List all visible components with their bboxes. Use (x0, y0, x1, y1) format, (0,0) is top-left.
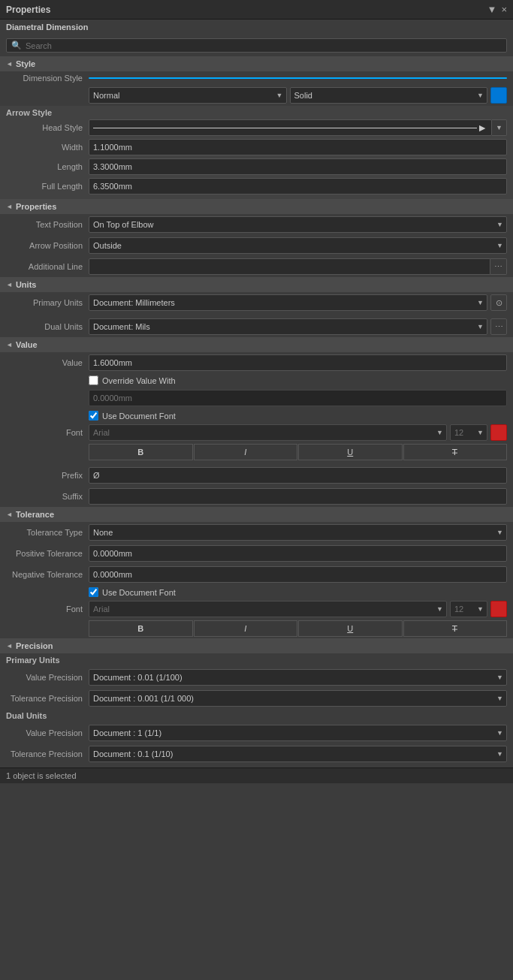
prefix-label: Prefix (6, 471, 89, 480)
style-combo-row: Normal ▼ Solid ▼ (0, 85, 513, 106)
font-color-button[interactable] (490, 424, 507, 441)
value-precision-wrapper[interactable]: Document : 0.01 (1/100) ▼ (89, 669, 507, 686)
arrow-position-wrapper[interactable]: Outside ▼ (89, 237, 507, 254)
tolerance-type-dropdown[interactable]: None (89, 524, 507, 541)
search-container: 🔍 (0, 35, 513, 56)
solid-dropdown[interactable]: Solid (290, 87, 488, 104)
status-bar: 1 object is selected (0, 767, 513, 783)
solid-dropdown-wrapper[interactable]: Solid ▼ (290, 87, 488, 104)
properties-section-header[interactable]: ◄ Properties (0, 199, 513, 214)
text-position-wrapper[interactable]: On Top of Elbow ▼ (89, 216, 507, 233)
text-position-row: Text Position On Top of Elbow ▼ (0, 214, 513, 235)
tol-font-color-button[interactable] (490, 601, 507, 617)
primary-units-icon-btn[interactable]: ⊙ (490, 294, 507, 311)
dual-tolerance-precision-dropdown[interactable]: Document : 0.1 (1/10) (89, 746, 507, 762)
font-size-wrapper[interactable]: 12 ▼ (450, 424, 487, 441)
style-collapse-arrow: ◄ (6, 60, 13, 68)
precision-section-header[interactable]: ◄ Precision (0, 638, 513, 653)
value-collapse-arrow: ◄ (6, 341, 13, 348)
width-row: Width (6, 139, 507, 157)
tolerance-precision-dropdown[interactable]: Document : 0.001 (1/1 000) (89, 690, 507, 707)
positive-tolerance-label: Positive Tolerance (6, 549, 89, 558)
style-color-button[interactable] (490, 87, 507, 104)
width-label: Width (6, 143, 89, 152)
tol-font-name-dropdown[interactable]: Arial (89, 601, 447, 617)
normal-dropdown[interactable]: Normal (89, 87, 287, 104)
use-doc-font-checkbox[interactable] (89, 411, 98, 421)
dimension-style-row: Dimension Style (0, 71, 513, 85)
tol-font-name-wrapper[interactable]: Arial ▼ (89, 601, 447, 617)
negative-tolerance-input[interactable] (89, 566, 507, 583)
italic-button[interactable]: I (194, 444, 298, 460)
length-label: Length (6, 162, 89, 171)
full-length-input[interactable] (89, 178, 507, 194)
font-name-wrapper[interactable]: Arial ▼ (89, 424, 447, 441)
title-controls[interactable]: ▼ × (487, 4, 507, 15)
dual-units-dd-wrapper[interactable]: Document: Mils ▼ (89, 318, 487, 335)
dual-tolerance-precision-wrapper[interactable]: Document : 0.1 (1/10) ▼ (89, 746, 507, 762)
suffix-input[interactable] (89, 488, 507, 505)
pin-icon[interactable]: ▼ (487, 4, 497, 15)
tolerance-type-label: Tolerance Type (6, 528, 89, 537)
dual-units-dropdown[interactable]: Document: Mils (89, 318, 487, 335)
dual-units-icon-btn[interactable]: ⋯ (490, 318, 507, 335)
format-btn-row: B I U T̶ (0, 442, 513, 462)
additional-line-input[interactable] (89, 258, 490, 275)
properties-section-label: Properties (16, 202, 56, 211)
search-input-wrapper[interactable]: 🔍 (6, 38, 507, 53)
full-length-row: Full Length (6, 178, 507, 196)
value-section-header[interactable]: ◄ Value (0, 337, 513, 352)
dual-value-precision-wrapper[interactable]: Document : 1 (1/1) ▼ (89, 725, 507, 741)
style-section-header[interactable]: ◄ Style (0, 56, 513, 71)
tol-use-doc-font-checkbox[interactable] (89, 587, 98, 597)
length-input[interactable] (89, 158, 507, 175)
override-checkbox[interactable] (89, 375, 98, 385)
head-style-dropdown-btn[interactable]: ▼ (492, 119, 507, 136)
value-input[interactable] (89, 354, 507, 371)
normal-dropdown-wrapper[interactable]: Normal ▼ (89, 87, 287, 104)
tolerance-type-row: Tolerance Type None ▼ (0, 522, 513, 543)
tol-italic-button[interactable]: I (194, 620, 298, 637)
tolerance-type-wrapper[interactable]: None ▼ (89, 524, 507, 541)
strikethrough-button[interactable]: T̶ (403, 444, 508, 460)
primary-units-dd-wrapper[interactable]: Document: Millimeters ▼ (89, 294, 487, 311)
prefix-input[interactable] (89, 467, 507, 484)
tol-font-size-wrapper[interactable]: 12 ▼ (450, 601, 487, 617)
primary-units-label: Primary Units (6, 298, 89, 307)
dual-value-precision-dropdown[interactable]: Document : 1 (1/1) (89, 725, 507, 741)
positive-tolerance-input[interactable] (89, 545, 507, 562)
width-input[interactable] (89, 139, 507, 155)
tol-use-doc-font-row: Use Document Font (0, 585, 513, 599)
primary-units-dropdown[interactable]: Document: Millimeters (89, 294, 487, 311)
underline-button[interactable]: U (298, 444, 403, 460)
tol-underline-button[interactable]: U (298, 620, 403, 637)
font-name-dropdown[interactable]: Arial (89, 424, 447, 441)
arrow-style-label: Arrow Style (6, 108, 507, 117)
tol-bold-button[interactable]: B (89, 620, 193, 637)
style-section-label: Style (16, 59, 35, 68)
tol-font-size-dropdown[interactable]: 12 (450, 601, 487, 617)
additional-line-row: Additional Line ⋯ (0, 256, 513, 277)
negative-tolerance-row: Negative Tolerance (0, 564, 513, 585)
bold-button[interactable]: B (89, 444, 193, 460)
panel-title: Properties (6, 5, 50, 15)
dual-units-label: Dual Units (6, 322, 89, 331)
units-section-header[interactable]: ◄ Units (0, 277, 513, 292)
units-section-label: Units (16, 280, 37, 289)
value-precision-dropdown[interactable]: Document : 0.01 (1/100) (89, 669, 507, 686)
override-value-input[interactable] (89, 390, 507, 406)
font-label: Font (6, 428, 89, 437)
search-input[interactable] (26, 41, 502, 50)
font-size-dropdown[interactable]: 12 (450, 424, 487, 441)
additional-line-btn[interactable]: ⋯ (490, 258, 507, 275)
suffix-row: Suffix (0, 486, 513, 507)
dual-tolerance-precision-label: Tolerance Precision (6, 749, 89, 758)
text-position-dropdown[interactable]: On Top of Elbow (89, 216, 507, 233)
tolerance-section-header[interactable]: ◄ Tolerance (0, 507, 513, 522)
arrow-position-dropdown[interactable]: Outside (89, 237, 507, 254)
tolerance-precision-wrapper[interactable]: Document : 0.001 (1/1 000) ▼ (89, 690, 507, 707)
tol-strikethrough-button[interactable]: T̶ (403, 620, 508, 637)
additional-line-wrapper: ⋯ (89, 258, 507, 275)
style-combo-selects: Normal ▼ Solid ▼ (89, 87, 507, 104)
close-icon[interactable]: × (501, 4, 507, 15)
